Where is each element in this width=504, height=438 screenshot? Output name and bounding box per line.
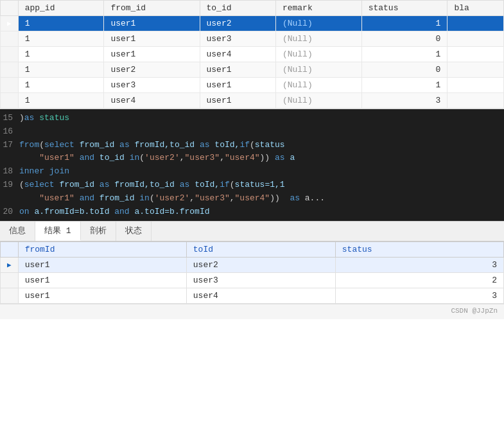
- table-row[interactable]: 1user1user3(Null)0: [1, 31, 504, 47]
- cell-remark: (Null): [275, 78, 361, 93]
- result-table-row[interactable]: user1user43: [1, 288, 504, 304]
- line-number: 19: [0, 179, 19, 192]
- line-content: (select from_id as fromId,to_id as toId,…: [19, 179, 504, 192]
- row-indicator: ▶: [1, 16, 19, 31]
- table-row[interactable]: 1user1user4(Null)1: [1, 47, 504, 62]
- main-container: app_id from_id to_id remark status bla ▶…: [0, 0, 504, 438]
- footer: CSDN @JJpZn: [0, 304, 504, 319]
- tab-信息[interactable]: 信息: [0, 222, 35, 241]
- cell-status: 1: [361, 78, 448, 93]
- line-content: on a.fromId=b.toId and a.toId=b.fromId: [19, 206, 504, 219]
- cell-from_id: user1: [104, 47, 200, 62]
- row-indicator: [1, 31, 19, 47]
- result-col-status: status: [335, 242, 503, 258]
- result-row-indicator-header: [1, 242, 19, 258]
- cell-app_id: 1: [18, 93, 104, 109]
- cell-status: 1: [361, 16, 448, 31]
- cell-status: 3: [361, 93, 448, 109]
- col-from-id: from_id: [104, 1, 200, 16]
- sql-line-19: 19(select from_id as fromId,to_id as toI…: [0, 179, 504, 192]
- result-cell-fromId: user1: [18, 288, 186, 304]
- result-cell-toId: user4: [186, 288, 335, 304]
- cell-remark: (Null): [275, 62, 361, 78]
- cell-bla: [448, 47, 504, 62]
- cell-remark: (Null): [275, 31, 361, 47]
- cell-app_id: 1: [18, 16, 104, 31]
- sql-line-15: 15)as status: [0, 112, 504, 125]
- result-table-row[interactable]: user1user32: [1, 273, 504, 288]
- cell-app_id: 1: [18, 31, 104, 47]
- result-table-row[interactable]: ▶user1user23: [1, 258, 504, 273]
- cell-app_id: 1: [18, 47, 104, 62]
- cell-to_id: user1: [200, 62, 275, 78]
- result-cell-fromId: user1: [18, 273, 186, 288]
- cell-from_id: user1: [104, 16, 200, 31]
- cell-from_id: user1: [104, 31, 200, 47]
- result-cell-status: 3: [335, 288, 503, 304]
- row-indicator: [1, 47, 19, 62]
- cell-to_id: user4: [200, 47, 275, 62]
- cell-from_id: user3: [104, 78, 200, 93]
- line-content: "user1" and from_id in('user2',"user3","…: [19, 192, 504, 206]
- line-number: 15: [0, 112, 19, 125]
- table-row[interactable]: ▶1user1user2(Null)1: [1, 16, 504, 31]
- result-row-indicator: [1, 288, 19, 304]
- sql-line-18: 18inner join: [0, 165, 504, 179]
- cell-status: 0: [361, 31, 448, 47]
- table-row[interactable]: 1user3user1(Null)1: [1, 78, 504, 93]
- table-row[interactable]: 1user2user1(Null)0: [1, 62, 504, 78]
- sql-line-19b: "user1" and from_id in('user2',"user3","…: [0, 192, 504, 206]
- cell-bla: [448, 31, 504, 47]
- row-indicator: [1, 78, 19, 93]
- cell-to_id: user3: [200, 31, 275, 47]
- tab-剖析[interactable]: 剖析: [81, 222, 116, 241]
- result-col-toId: toId: [186, 242, 335, 258]
- col-remark: remark: [275, 1, 361, 16]
- col-to-id: to_id: [200, 1, 275, 16]
- cell-app_id: 1: [18, 62, 104, 78]
- result-cell-toId: user2: [186, 258, 335, 273]
- line-content: inner join: [19, 165, 504, 179]
- sql-line-20: 20on a.fromId=b.toId and a.toId=b.fromId: [0, 206, 504, 219]
- cell-remark: (Null): [275, 16, 361, 31]
- cell-from_id: user2: [104, 62, 200, 78]
- cell-status: 1: [361, 47, 448, 62]
- cell-bla: [448, 93, 504, 109]
- cell-bla: [448, 16, 504, 31]
- footer-text: CSDN @JJpZn: [451, 307, 498, 315]
- top-data-table: app_id from_id to_id remark status bla ▶…: [0, 0, 504, 109]
- result-row-indicator: ▶: [1, 258, 19, 273]
- sql-line-17b: "user1" and to_id in('user2',"user3","us…: [0, 152, 504, 165]
- result-data-table: fromIdtoIdstatus ▶user1user23user1user32…: [0, 241, 504, 304]
- cell-app_id: 1: [18, 78, 104, 93]
- row-indicator-header: [1, 1, 19, 16]
- top-table-section: app_id from_id to_id remark status bla ▶…: [0, 0, 504, 109]
- table-row[interactable]: 1user4user1(Null)3: [1, 93, 504, 109]
- sql-editor[interactable]: 15)as status16 17from(select from_id as …: [0, 109, 504, 221]
- cell-bla: [448, 78, 504, 93]
- result-row-indicator: [1, 273, 19, 288]
- tab-状态[interactable]: 状态: [116, 222, 152, 241]
- line-number: 20: [0, 206, 19, 219]
- line-number: 16: [0, 125, 19, 139]
- cell-remark: (Null): [275, 93, 361, 109]
- result-table-section: fromIdtoIdstatus ▶user1user23user1user32…: [0, 241, 504, 304]
- result-cell-status: 2: [335, 273, 503, 288]
- result-col-fromId: fromId: [18, 242, 186, 258]
- row-indicator: [1, 62, 19, 78]
- result-cell-fromId: user1: [18, 258, 186, 273]
- col-app-id: app_id: [18, 1, 104, 16]
- sql-line-17: 17from(select from_id as fromId,to_id as…: [0, 139, 504, 152]
- cell-to_id: user1: [200, 78, 275, 93]
- cell-status: 0: [361, 62, 448, 78]
- tab-结果-1[interactable]: 结果 1: [35, 222, 81, 241]
- cell-from_id: user4: [104, 93, 200, 109]
- row-indicator: [1, 93, 19, 109]
- cell-to_id: user2: [200, 16, 275, 31]
- line-content: "user1" and to_id in('user2',"user3","us…: [19, 152, 504, 165]
- col-status: status: [361, 1, 448, 16]
- line-number: 17: [0, 139, 19, 152]
- line-number: 18: [0, 165, 19, 179]
- col-bla: bla: [448, 1, 504, 16]
- sql-line-16: 16: [0, 125, 504, 139]
